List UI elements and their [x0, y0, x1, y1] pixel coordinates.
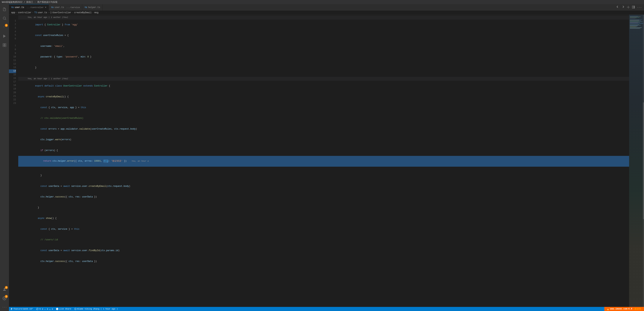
main-layout: 1 2 1 ··· — [0, 4, 644, 311]
tab-lang-1: TS — [11, 6, 14, 9]
tab-path-1: .../controller — [25, 6, 44, 9]
code-line-2[interactable]: const userCreateRules = { — [18, 30, 629, 41]
settings-icon[interactable]: 1 — [1, 294, 8, 302]
breadcrumb-controller[interactable]: controller — [18, 11, 32, 14]
more-actions-icon[interactable]: ··· — [636, 5, 642, 10]
code-line-15[interactable] — [18, 167, 629, 170]
search-icon[interactable] — [1, 15, 8, 22]
status-blame[interactable]: Blame Viking Zhang ( 1 hour ago ) — [73, 307, 120, 311]
status-brand: 🔥 www.imooc.com 4.4 ★ 慕课网 — [604, 307, 644, 311]
tab-helper-ts[interactable]: TS helper.ts — [82, 4, 102, 11]
breadcrumb: app › controller › TS user.ts › ⬡ UserCo… — [9, 11, 644, 15]
status-liveshare[interactable]: Live Share — [54, 307, 73, 311]
title-text: Web前端架构师2022 / 阶段三 · 用户系统设计与实现 — [2, 1, 57, 4]
code-line-21[interactable]: // /users/:id — [18, 234, 629, 245]
code-line-12[interactable]: ctx.logger.warn(errors) — [18, 134, 629, 145]
breadcrumb-usercontroller[interactable]: UserController — [52, 11, 71, 14]
settings-badge: 1 — [5, 295, 8, 298]
svg-rect-5 — [3, 45, 4, 47]
code-line-23[interactable]: ctx.helper.success({ ctx, res: userData … — [18, 256, 629, 267]
sync-status: ⟲ 0 ⚠ 0 △ 0 — [39, 308, 53, 310]
title-bar: Web前端架构师2022 / 阶段三 · 用户系统设计与实现 — [0, 0, 644, 4]
breadcrumb-lang-icon: TS — [34, 11, 37, 14]
svg-rect-3 — [3, 44, 4, 45]
code-editor[interactable]: 1 2 3 4 5 6 7 8 9 10 11 12 13 14 15 — [9, 15, 629, 307]
go-to-file-icon[interactable] — [626, 5, 630, 10]
code-line-3[interactable]: username: 'email', — [18, 41, 629, 52]
code-line-20[interactable]: const { ctx, service } = this — [18, 224, 629, 235]
tab-actions: ··· — [614, 5, 644, 10]
tab-user-ts-controller[interactable]: TS user.ts .../controller × — [9, 4, 49, 11]
breadcrumb-createbyemail[interactable]: createByEmail — [74, 11, 92, 14]
svg-point-8 — [4, 298, 5, 299]
go-back-icon[interactable] — [616, 5, 620, 10]
line-numbers: 1 2 3 4 5 6 7 8 9 10 11 12 13 14 15 — [9, 15, 18, 307]
code-line-19[interactable]: async show() { — [18, 213, 629, 224]
breadcrumb-msg[interactable]: msg — [94, 11, 98, 14]
split-editor-icon[interactable] — [631, 5, 636, 10]
status-sync[interactable]: ⟲ 0 ⚠ 0 △ 0 — [35, 307, 54, 311]
branch-name: feature/week-15* — [14, 308, 33, 310]
breadcrumb-user-ts[interactable]: user.ts — [38, 11, 47, 14]
breadcrumb-app[interactable]: app — [11, 11, 15, 14]
avatar-badge: 2 — [5, 286, 8, 289]
svg-rect-4 — [5, 44, 6, 45]
source-control-badge: 1 — [5, 24, 8, 27]
git-annotation-1: You, an hour ago | 1 author (You) — [18, 16, 629, 20]
breadcrumb-class-icon: ⬡ — [50, 11, 52, 14]
files-icon[interactable] — [1, 6, 8, 13]
svg-rect-6 — [5, 45, 6, 47]
status-left: feature/week-15* ⟲ 0 ⚠ 0 △ 0 Live Share … — [9, 307, 120, 311]
minimap-content — [629, 15, 644, 307]
tab-name-3: helper.ts — [88, 6, 100, 9]
editor-with-minimap: 1 2 3 4 5 6 7 8 9 10 11 12 13 14 15 — [9, 15, 644, 307]
svg-line-1 — [5, 19, 6, 20]
git-annotation-2: You, an hour ago | 1 author (You) — [18, 77, 629, 81]
code-line-6[interactable] — [18, 73, 629, 77]
code-content: You, an hour ago | 1 author (You) import… — [18, 15, 629, 307]
minimap-viewport — [643, 102, 644, 219]
tab-user-ts-service[interactable]: TS user.ts .../service — [49, 4, 82, 11]
go-forward-icon[interactable] — [621, 5, 625, 10]
code-line-5[interactable]: } — [18, 63, 629, 73]
code-line-9[interactable]: const { ctx, service, app } = this — [18, 102, 629, 113]
code-line-18[interactable]: } — [18, 202, 629, 213]
blame-text: Blame Viking Zhang ( 1 hour ago ) — [77, 308, 118, 310]
liveshare-label: Live Share — [59, 308, 71, 310]
tab-name-1: user.ts — [15, 6, 24, 9]
svg-point-0 — [3, 17, 6, 20]
more-icon[interactable]: ··· — [1, 303, 8, 311]
extensions-icon[interactable] — [1, 41, 8, 49]
code-line-10[interactable]: // ctx.validate(userCreateRules) — [18, 113, 629, 124]
source-control-icon[interactable]: 1 — [1, 24, 8, 31]
status-branch[interactable]: feature/week-15* — [9, 307, 35, 311]
tab-close-1[interactable]: × — [45, 6, 46, 9]
code-line-7[interactable]: export default class UserController exte… — [18, 81, 629, 92]
code-line-14[interactable]: return ctx.helper.error({ ctx, errno: 10… — [18, 156, 629, 167]
status-right: 🔥 www.imooc.com 4.4 ★ 慕课网 — [604, 307, 644, 311]
tab-lang-3: TS — [84, 6, 87, 9]
code-line-11[interactable]: const errors = app.validator.validate(us… — [18, 124, 629, 134]
avatar-icon[interactable]: 2 — [1, 286, 8, 293]
code-line-16a[interactable]: } — [18, 170, 629, 181]
editor-area: TS user.ts .../controller × TS user.ts .… — [9, 4, 644, 311]
activity-bar: 1 2 1 ··· — [0, 4, 9, 311]
code-line-13[interactable]: if (errors) { — [18, 145, 629, 156]
code-line-8[interactable]: async createByEmail() { — [18, 92, 629, 102]
code-line-17[interactable]: ctx.helper.success({ ctx, res: userData … — [18, 192, 629, 202]
tab-bar: TS user.ts .../controller × TS user.ts .… — [9, 4, 644, 11]
tab-name-2: user.ts — [54, 6, 64, 9]
code-line-16b[interactable]: const userData = await service.user.crea… — [18, 181, 629, 192]
code-line-1[interactable]: import { Controller } from 'egg' — [18, 20, 629, 30]
status-bar: feature/week-15* ⟲ 0 ⚠ 0 △ 0 Live Share … — [9, 307, 644, 311]
code-line-4[interactable]: password: { type: 'password', min: 8 } — [18, 52, 629, 63]
svg-marker-2 — [3, 35, 6, 38]
brand-url: www.imooc.com — [610, 308, 628, 310]
tab-path-2: .../service — [65, 6, 80, 9]
minimap-scrollbar[interactable] — [643, 15, 644, 307]
run-debug-icon[interactable] — [1, 33, 8, 40]
minimap — [629, 15, 644, 307]
code-line-22[interactable]: const userData = await service.user.find… — [18, 245, 629, 256]
tab-lang-2: TS — [51, 6, 54, 9]
